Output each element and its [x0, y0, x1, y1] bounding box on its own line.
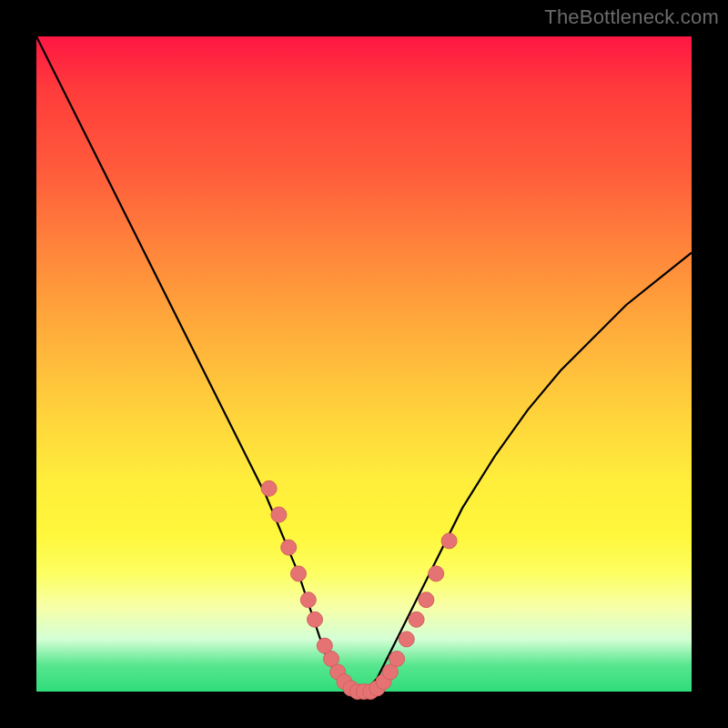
highlight-dot	[399, 632, 414, 647]
highlight-dot	[441, 533, 457, 549]
chart-container: TheBottleneck.com	[0, 0, 728, 728]
highlight-dots-group	[261, 480, 457, 699]
highlight-dot	[271, 507, 287, 522]
highlight-dot	[308, 612, 323, 627]
highlight-dot	[429, 566, 444, 581]
highlight-dot	[419, 592, 434, 608]
highlight-dot	[281, 540, 297, 555]
plot-area	[36, 36, 692, 692]
highlight-dot	[389, 652, 405, 667]
watermark-text: TheBottleneck.com	[544, 5, 719, 29]
highlight-dot	[300, 592, 316, 608]
bottleneck-curve	[36, 36, 692, 692]
highlight-dot	[261, 480, 277, 496]
highlight-dot	[291, 566, 307, 581]
highlight-dot	[409, 612, 424, 627]
plot-svg	[36, 36, 692, 692]
